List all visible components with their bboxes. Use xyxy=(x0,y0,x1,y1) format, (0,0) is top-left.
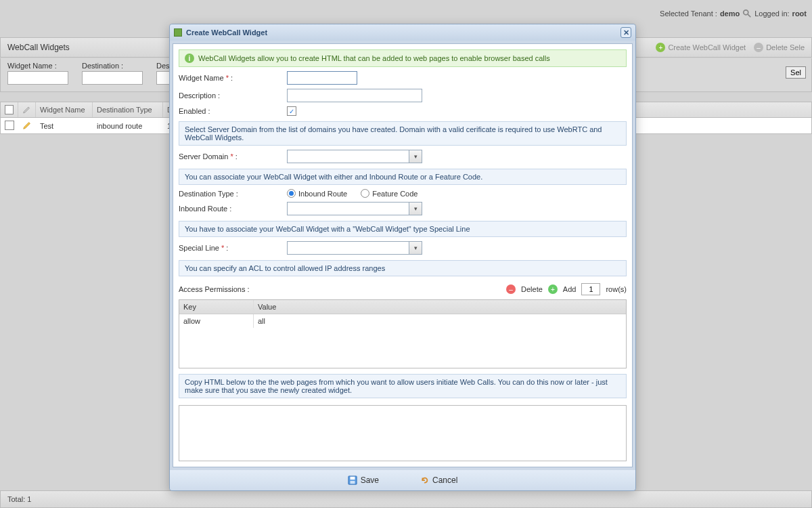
perm-value: all xyxy=(254,314,626,328)
panel-title: WebCall Widgets xyxy=(7,43,70,52)
special-line-combo[interactable]: ▾ xyxy=(287,241,422,255)
search-icon[interactable] xyxy=(742,9,752,18)
acl-hint: You can specify an ACL to control allowe… xyxy=(179,260,627,276)
chevron-down-icon[interactable]: ▾ xyxy=(409,150,422,163)
svg-line-1 xyxy=(748,14,750,17)
copy-html-hint: Copy HTML below to the the web pages fro… xyxy=(179,374,627,398)
widget-name-label: Widget Name * : xyxy=(179,74,287,82)
select-button[interactable]: Sel xyxy=(786,66,806,79)
destination-type-label: Destination Type : xyxy=(179,190,287,198)
create-webcall-widget-dialog: Create WebCall Widget ✕ i WebCall Widget… xyxy=(169,24,636,491)
dialog-title: Create WebCall Widget xyxy=(186,28,267,37)
delete-selected-button[interactable]: – Delete Sele xyxy=(754,43,805,52)
col-destination-type[interactable]: Destination Type xyxy=(93,102,163,117)
minus-icon: – xyxy=(754,43,763,52)
inbound-route-combo[interactable]: ▾ xyxy=(287,202,422,215)
edit-row-icon[interactable] xyxy=(22,121,32,130)
filter-destination-input[interactable] xyxy=(82,71,143,85)
inbound-route-label: Inbound Route : xyxy=(179,205,287,213)
add-rows-count-input[interactable] xyxy=(581,283,600,295)
permissions-table: Key Value allow all xyxy=(179,299,627,368)
server-domain-hint: Select Server Domain from the list of do… xyxy=(179,121,627,146)
chevron-down-icon[interactable]: ▾ xyxy=(409,241,422,255)
svg-rect-4 xyxy=(350,481,355,484)
logged-in-label: Logged in: xyxy=(754,9,789,18)
server-domain-input[interactable] xyxy=(287,150,409,163)
rows-label: row(s) xyxy=(606,285,627,293)
radio-off-icon xyxy=(361,189,369,198)
svg-point-0 xyxy=(744,10,748,15)
svg-rect-3 xyxy=(350,477,355,480)
enabled-checkbox[interactable]: ✓ xyxy=(287,106,296,116)
add-row-label[interactable]: Add xyxy=(563,285,577,293)
add-row-icon[interactable]: + xyxy=(548,284,558,294)
perm-key: allow xyxy=(179,314,254,328)
info-banner: i WebCall Widgets allow you to create HT… xyxy=(179,49,627,67)
server-domain-label: Server Domain * : xyxy=(179,152,287,161)
delete-row-label[interactable]: Delete xyxy=(521,285,543,293)
save-icon xyxy=(348,475,357,485)
plus-icon: + xyxy=(656,43,665,52)
logged-in-user: root xyxy=(792,9,807,18)
delete-row-icon[interactable]: – xyxy=(506,284,516,294)
association-hint: You can associate your WebCall Widget wi… xyxy=(179,169,627,185)
perm-row[interactable]: allow all xyxy=(179,314,626,328)
row-name: Test xyxy=(36,122,93,130)
filter-widget-name-label: Widget Name : xyxy=(7,62,68,70)
special-line-input[interactable] xyxy=(287,241,409,255)
filter-destination-label: Destination : xyxy=(82,62,143,70)
html-output-area[interactable] xyxy=(179,405,627,461)
description-input[interactable] xyxy=(287,89,422,102)
radio-feature-code[interactable]: Feature Code xyxy=(361,189,418,198)
dialog-icon xyxy=(174,28,182,37)
top-status-bar: Selected Tenant : demo Logged in: root xyxy=(643,0,812,27)
enabled-label: Enabled : xyxy=(179,107,287,115)
description-label: Description : xyxy=(179,91,287,100)
info-icon: i xyxy=(185,54,194,63)
filter-widget-name-input[interactable] xyxy=(7,71,68,85)
select-all-checkbox[interactable] xyxy=(5,105,14,114)
perm-col-value[interactable]: Value xyxy=(254,300,626,314)
tenant-name: demo xyxy=(720,9,740,18)
permissions-header: Access Permissions : – Delete + Add row(… xyxy=(179,283,627,295)
cancel-button[interactable]: Cancel xyxy=(420,475,457,485)
row-checkbox[interactable] xyxy=(5,121,14,130)
perm-col-key[interactable]: Key xyxy=(179,300,254,314)
widget-name-input[interactable] xyxy=(287,71,357,85)
grid-footer: Total: 1 xyxy=(0,490,812,508)
dialog-titlebar[interactable]: Create WebCall Widget ✕ xyxy=(170,24,635,41)
dialog-buttons: Save Cancel xyxy=(170,470,635,490)
access-permissions-label: Access Permissions : xyxy=(179,285,506,293)
save-button[interactable]: Save xyxy=(348,475,379,485)
create-webcall-widget-button[interactable]: + Create WebCall Widget xyxy=(656,43,746,52)
inbound-route-input[interactable] xyxy=(287,202,409,215)
total-label: Total: 1 xyxy=(7,495,31,503)
chevron-down-icon[interactable]: ▾ xyxy=(409,202,422,215)
selected-tenant-label: Selected Tenant : xyxy=(660,9,717,18)
special-line-hint: You have to associate your WebCall Widge… xyxy=(179,221,627,237)
server-domain-combo[interactable]: ▾ xyxy=(287,150,422,163)
dialog-body: i WebCall Widgets allow you to create HT… xyxy=(173,43,633,467)
radio-inbound-route[interactable]: Inbound Route xyxy=(287,189,347,198)
radio-on-icon xyxy=(287,189,296,198)
edit-icon xyxy=(22,105,31,114)
undo-icon xyxy=(420,475,429,485)
special-line-label: Special Line * : xyxy=(179,244,287,252)
col-widget-name[interactable]: Widget Name xyxy=(36,102,93,117)
row-dest-type: inbound route xyxy=(93,122,163,130)
close-icon[interactable]: ✕ xyxy=(621,27,631,38)
